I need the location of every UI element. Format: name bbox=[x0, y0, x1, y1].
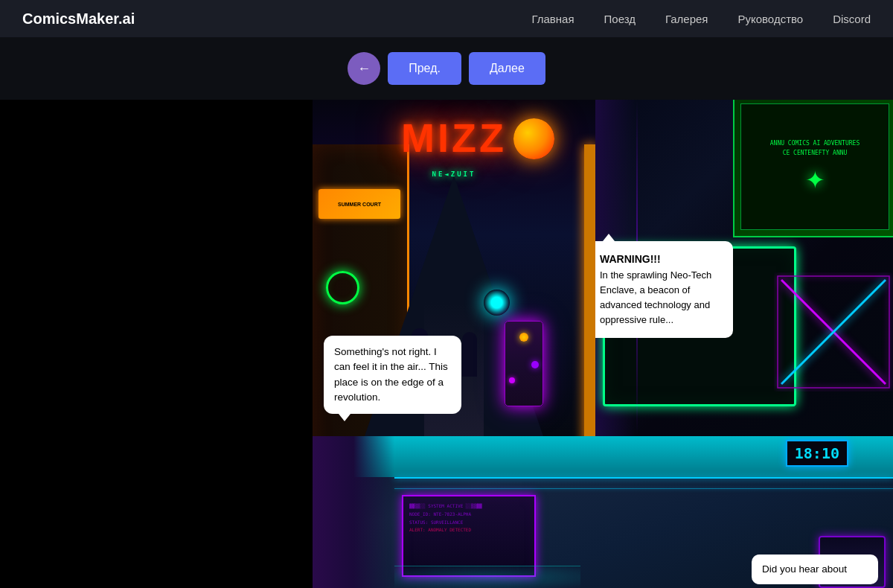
left-black-area bbox=[0, 100, 313, 436]
neon-city-scene: SUMMER COURT MIZZ NE◄ZUIT bbox=[313, 100, 595, 436]
panel-2-image: ANNU COMICS AI ADVENTURES CE CENTENEFTY … bbox=[595, 100, 893, 436]
warning-speech-bubble: WARNING!!! In the sprawling Neo-Tech Enc… bbox=[595, 241, 733, 338]
navbar: ComicsMaker.ai Главная Поезд Галерея Рук… bbox=[0, 0, 893, 37]
floor-glow bbox=[394, 566, 580, 588]
green-circle-sign bbox=[326, 271, 359, 304]
purple-wall-left bbox=[313, 436, 394, 588]
warning-text: In the sprawling Neo-Tech Enclave, a bea… bbox=[600, 269, 711, 325]
panel-row-1: SUMMER COURT MIZZ NE◄ZUIT bbox=[0, 100, 893, 436]
circuit-inner: ANNU COMICS AI ADVENTURES CE CENTENEFTY … bbox=[740, 103, 889, 230]
main-content: ← Пред. Далее SUMMER COURT bbox=[0, 37, 893, 588]
building-right bbox=[584, 144, 595, 436]
nav-discord[interactable]: Discord bbox=[833, 13, 871, 25]
toolbar: ← Пред. Далее bbox=[348, 52, 545, 85]
panel3-bubble-text: Did you hear about bbox=[762, 563, 847, 575]
speech-bubble-panel1: Something's not right. I can feel it in … bbox=[324, 336, 461, 414]
nav-guide[interactable]: Руководство bbox=[737, 13, 803, 25]
neon-x-svg bbox=[774, 272, 893, 392]
comics-area: SUMMER COURT MIZZ NE◄ZUIT bbox=[0, 100, 893, 588]
nav-home[interactable]: Главная bbox=[531, 13, 574, 25]
digital-clock: 18:10 bbox=[786, 440, 848, 467]
tech-enclave-scene: ANNU COMICS AI ADVENTURES CE CENTENEFTY … bbox=[595, 100, 893, 436]
warning-title: WARNING!!! bbox=[600, 252, 721, 268]
nav-train[interactable]: Поезд bbox=[604, 13, 636, 25]
neon-mizz-sign: MIZZ bbox=[401, 115, 507, 161]
comic-panel-1: SUMMER COURT MIZZ NE◄ZUIT bbox=[313, 100, 595, 436]
next-button[interactable]: Далее bbox=[469, 52, 545, 85]
neon-line-top bbox=[394, 477, 893, 479]
back-button[interactable]: ← bbox=[348, 52, 380, 85]
panel-row-2: 18:10 ▓▓▒▒░░ SYSTEM ACTIVE ░░▒▒▓▓ NODE_I… bbox=[0, 436, 893, 588]
orange-sphere bbox=[513, 118, 554, 159]
panel-1-image: SUMMER COURT MIZZ NE◄ZUIT bbox=[313, 100, 595, 436]
prev-button[interactable]: Пред. bbox=[388, 52, 461, 85]
speech-bubble-panel3: Did you hear about bbox=[752, 555, 878, 584]
cyan-sphere bbox=[484, 290, 510, 316]
app-logo: ComicsMaker.ai bbox=[22, 10, 135, 28]
comic-panel-3: 18:10 ▓▓▒▒░░ SYSTEM ACTIVE ░░▒▒▓▓ NODE_I… bbox=[313, 436, 893, 588]
green-circuit-card: ANNU COMICS AI ADVENTURES CE CENTENEFTY … bbox=[733, 100, 893, 237]
panel-3-image: 18:10 ▓▓▒▒░░ SYSTEM ACTIVE ░░▒▒▓▓ NODE_I… bbox=[313, 436, 893, 588]
panel-3-left-black bbox=[0, 436, 313, 588]
interior-scene: 18:10 ▓▓▒▒░░ SYSTEM ACTIVE ░░▒▒▓▓ NODE_I… bbox=[313, 436, 893, 588]
comic-panel-2: ANNU COMICS AI ADVENTURES CE CENTENEFTY … bbox=[595, 100, 893, 436]
robot-character bbox=[505, 321, 543, 406]
purple-box-panel: ▓▓▒▒░░ SYSTEM ACTIVE ░░▒▒▓▓ NODE_ID: NTE… bbox=[402, 495, 536, 577]
neon-x-design bbox=[774, 295, 893, 414]
nav-links: Главная Поезд Галерея Руководство Discor… bbox=[531, 13, 871, 25]
nav-gallery[interactable]: Галерея bbox=[665, 13, 708, 25]
neon-line-second bbox=[394, 488, 893, 489]
